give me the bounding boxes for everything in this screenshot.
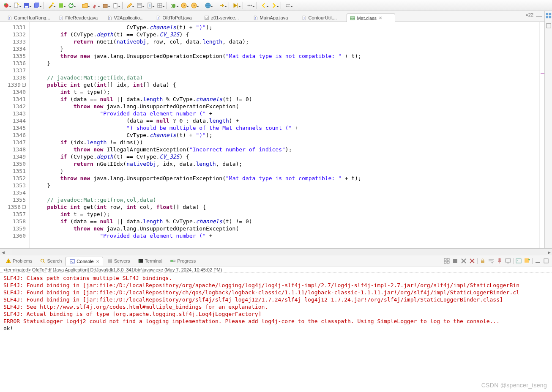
- display-icon[interactable]: [505, 258, 511, 264]
- skip-button[interactable]: [231, 1, 240, 10]
- svg-point-22: [251, 5, 252, 6]
- file-icon: J: [252, 15, 258, 21]
- globe-button[interactable]: [203, 1, 213, 10]
- svg-point-21: [249, 5, 251, 6]
- bug-button[interactable]: [169, 1, 178, 10]
- file-icon: J: [155, 15, 161, 21]
- view-tab-label: Search: [47, 258, 62, 263]
- editor-tab-5[interactable]: JMainApp.java: [249, 13, 298, 22]
- editor-tab-0[interactable]: JGameHuaRong...: [3, 13, 55, 22]
- svg-text:J: J: [109, 17, 110, 20]
- new-console-icon[interactable]: [524, 258, 530, 264]
- wiz-button[interactable]: [46, 1, 55, 10]
- svg-rect-47: [481, 260, 484, 263]
- launch-label: <terminated> OfdToPdf [Java Application]…: [0, 266, 552, 273]
- ext-button[interactable]: [56, 1, 66, 10]
- task-button[interactable]: [135, 1, 144, 10]
- svg-rect-46: [453, 259, 457, 263]
- saveall-button[interactable]: [32, 1, 41, 10]
- line-gutter: 133113321333133413351336133713381339-134…: [0, 22, 30, 248]
- bottom-panel: !ProblemsSearchConsole✕ServersTerminalPr…: [0, 255, 552, 392]
- swap-button[interactable]: [283, 1, 292, 10]
- file-icon: J: [107, 15, 112, 21]
- svg-text:M: M: [205, 17, 208, 20]
- new-button[interactable]: [12, 1, 21, 10]
- view-tab-console[interactable]: Console✕: [66, 257, 103, 266]
- pencil-button[interactable]: [125, 1, 134, 10]
- remove-launch-icon[interactable]: [452, 258, 459, 264]
- svg-rect-51: [544, 259, 548, 263]
- doc-button[interactable]: [145, 1, 154, 10]
- svg-text:J: J: [254, 17, 256, 20]
- outline-icon[interactable]: [546, 13, 552, 19]
- horizontal-scrollbar[interactable]: ◀▶: [0, 249, 552, 255]
- close-icon[interactable]: ✕: [378, 16, 383, 20]
- refresh-button[interactable]: [66, 1, 76, 10]
- svg-rect-48: [506, 259, 511, 262]
- brush-button[interactable]: [90, 1, 100, 10]
- task-icon[interactable]: [546, 23, 552, 29]
- wordwrap-icon[interactable]: [488, 258, 495, 264]
- editor-tab-4[interactable]: Mz01-service...: [201, 13, 249, 22]
- max-icon[interactable]: [543, 258, 549, 264]
- svg-rect-43: [138, 259, 143, 263]
- dots-button[interactable]: [245, 1, 254, 10]
- min-icon[interactable]: [534, 258, 541, 264]
- close-icon[interactable]: ✕: [96, 259, 99, 264]
- open-button[interactable]: [80, 1, 90, 10]
- view-tab-progress[interactable]: Progress: [166, 256, 199, 265]
- view-tab-terminal[interactable]: Terminal: [134, 256, 167, 265]
- svg-text:?: ?: [183, 4, 185, 8]
- remove-all-icon[interactable]: [460, 258, 467, 264]
- clip-button[interactable]: [111, 1, 120, 10]
- editor-tab-1[interactable]: JFileReader.java: [55, 13, 104, 22]
- help-button[interactable]: ?: [179, 1, 189, 10]
- editor-tab-6[interactable]: JContourUtil....: [298, 13, 347, 22]
- editor-tab-2[interactable]: JV2Applicatio...: [104, 13, 152, 22]
- pkg-button[interactable]: [101, 1, 110, 10]
- term-icon: [138, 258, 144, 264]
- debug-button[interactable]: [2, 1, 11, 10]
- svg-rect-10: [114, 3, 117, 8]
- svg-rect-50: [525, 258, 529, 263]
- help2-button[interactable]: ?: [189, 1, 199, 10]
- console-output[interactable]: SLF4J: Class path contains multiple SLF4…: [0, 273, 552, 392]
- tab-label: OfdToPdf.java: [163, 15, 192, 20]
- open-console-icon[interactable]: [515, 258, 522, 264]
- tabs-overflow-button[interactable]: »22: [526, 12, 533, 17]
- search-icon: [40, 258, 46, 264]
- tab-label: Mat.class: [357, 16, 377, 21]
- console-toolbar: [443, 258, 549, 264]
- file-icon: J: [6, 15, 12, 21]
- scroll-lock-icon[interactable]: [479, 258, 486, 264]
- pin-icon[interactable]: [496, 258, 503, 264]
- view-tab-label: Console: [77, 259, 93, 264]
- back-button[interactable]: [259, 1, 268, 10]
- server-icon: [107, 258, 113, 264]
- save-button[interactable]: [22, 1, 31, 10]
- organize-icon[interactable]: [443, 258, 450, 264]
- svg-rect-41: [108, 259, 112, 261]
- editor-tab-3[interactable]: JOfdToPdf.java: [152, 13, 201, 22]
- fwd-button[interactable]: [269, 1, 279, 10]
- console-icon: [69, 258, 75, 264]
- svg-rect-2: [14, 3, 18, 8]
- grid-button[interactable]: [155, 1, 164, 10]
- view-tab-problems[interactable]: !Problems: [2, 256, 36, 265]
- svg-rect-37: [546, 24, 551, 28]
- code-area[interactable]: CvType.channels(t) + ")"); if (CvType.de…: [30, 22, 539, 248]
- editor-tab-7[interactable]: 010Mat.class✕: [347, 14, 395, 22]
- watermark: CSDN @spencer_tseng: [481, 382, 547, 389]
- minimize-icon[interactable]: [536, 13, 542, 17]
- svg-rect-49: [516, 259, 521, 263]
- clear-icon[interactable]: [469, 258, 475, 264]
- arrow-button[interactable]: [217, 1, 227, 10]
- view-tab-label: Servers: [114, 258, 130, 263]
- right-trim: [544, 11, 552, 248]
- view-tab-servers[interactable]: Servers: [103, 256, 134, 265]
- file-icon: 010: [350, 15, 355, 21]
- svg-text:J: J: [8, 17, 10, 20]
- warn-icon: !: [5, 258, 11, 264]
- svg-point-1: [4, 3, 6, 5]
- view-tab-search[interactable]: Search: [36, 256, 66, 265]
